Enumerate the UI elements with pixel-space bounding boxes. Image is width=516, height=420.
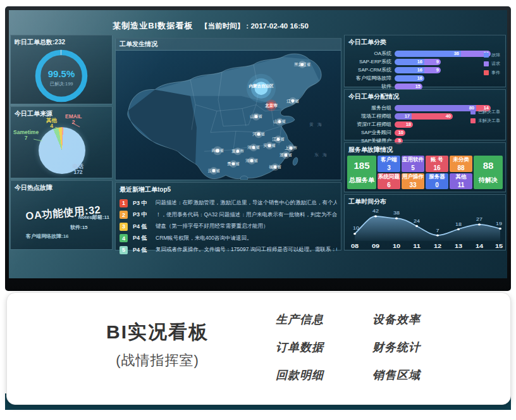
panel-ticket-assign: 今日工单分配情况 服务台组 8014 现场工程师组 1740 资深IT工程师组 …: [344, 89, 506, 140]
ticket-text: 问题描述：在即激励管理，激励汇总里，导这个销售中心的激励汇总，有个人（00040…: [156, 199, 337, 207]
priority-label: P4 低: [133, 223, 156, 231]
card-item: 生产信息: [276, 312, 324, 327]
svg-text:13: 13: [455, 243, 463, 249]
china-map: 黄 海 东 海 内蒙古自治区: [116, 51, 341, 180]
priority-label: P3 中: [133, 199, 156, 207]
page: 某制造业BI数据看板【当前时间】 : 2017-02-40 16:50 昨日工单…: [0, 0, 516, 420]
fault-total-cell: 185 总服务单: [347, 156, 376, 189]
svg-text:贵州省: 贵州省: [227, 161, 240, 166]
svg-text:云南省: 云南省: [207, 168, 220, 173]
card-title: BI实况看板: [63, 319, 252, 345]
dashboard-title: 某制造业BI数据看板: [113, 21, 193, 30]
card-item: 设备效率: [372, 312, 421, 327]
legend-swatch: [484, 61, 489, 66]
stacked-bar: 169: [395, 59, 441, 65]
rank-badge: 4: [120, 234, 128, 242]
svg-text:38: 38: [393, 211, 400, 216]
card-item: 销售区域: [372, 368, 421, 383]
top5-row: 2 P3 中 ！，使用事务代码：QA32 问题描述：用户来电表示有一批物料，判定…: [120, 209, 337, 220]
svg-text:24: 24: [414, 218, 420, 223]
svg-text:08: 08: [351, 243, 359, 249]
svg-text:河南省: 河南省: [252, 132, 265, 137]
panel-ticket-classify: 今日工单分类 OA系统 3616 SAP-ERP系统 169 SAP-CRM系统…: [344, 35, 506, 87]
card-item: 订单数据: [276, 340, 324, 355]
svg-text:辽宁省: 辽宁省: [286, 99, 299, 104]
svg-text:42: 42: [372, 209, 379, 214]
classify-legend: 故障 请求 事件: [484, 52, 500, 78]
svg-text:浙江省: 浙江省: [280, 152, 292, 158]
bar-label: SAP-CRM系统: [347, 66, 395, 73]
assign-legend: 已解决工单 未解决工单: [470, 109, 500, 127]
wordcloud-word: 软件:15: [70, 224, 88, 231]
card-item: 回款明细: [276, 368, 324, 383]
resolved-count: 已解决:199: [49, 81, 73, 87]
fault-cell: 未分类88: [450, 156, 472, 172]
panel-classify-title: 今日工单分类: [345, 35, 505, 49]
bar-label: 资深IT工程师组: [347, 121, 395, 128]
svg-text:四川省: 四川省: [211, 148, 224, 153]
fault-cell: 其他11: [450, 173, 472, 190]
stacked-bar: 18: [395, 121, 413, 128]
rank-badge: 2: [120, 211, 128, 219]
card-item: 财务统计: [372, 340, 421, 355]
fault-grid: 185 总服务单 客户端3 应用软件5 账 号16 未分类88 系统问题6 用户…: [347, 156, 503, 189]
rank-badge: 1: [120, 199, 128, 207]
info-card: BI实况看板 (战情指挥室) 生产信息 订单数据 回款明细 设备效率 财务统计 …: [6, 292, 511, 405]
svg-text:北京市: 北京市: [264, 103, 278, 108]
bar-label: OA系统: [347, 50, 395, 57]
bar-label: SAP-ERP系统: [347, 58, 395, 65]
svg-text:重庆市: 重庆市: [231, 149, 244, 153]
legend-swatch: [470, 109, 476, 114]
fault-cell: 应用软件5: [402, 156, 424, 172]
legend-swatch: [484, 70, 489, 75]
panel-yesterday-total: 昨日工单总数:232 99.5% 已解决:199: [10, 35, 113, 104]
panel-top5: 最近新增工单top5 1 P3 中 问题描述：在即激励管理，激励汇总里，导这个销…: [115, 182, 341, 250]
svg-text:11: 11: [413, 243, 421, 249]
bar-label: SAP业务顾问: [347, 129, 395, 136]
svg-text:15: 15: [495, 243, 503, 249]
resolved-donut-chart: 99.5% 已解决:199: [31, 48, 92, 105]
bar-label: 现场工程师组: [347, 113, 395, 120]
svg-text:江苏省: 江苏省: [272, 137, 285, 142]
panel-yesterday-title: 昨日工单总数:232: [11, 35, 112, 49]
ticket-text: 复回或者作废操作。文件编号：175097 询问工程师是否可以处理。需联系：004…: [156, 246, 337, 254]
legend-swatch: [470, 118, 476, 123]
fault-cell: 客户端3: [378, 156, 400, 172]
svg-text:湖北省: 湖北省: [247, 145, 260, 150]
ticket-text: CRM账号权限，来电400咨询中请退回。: [156, 235, 337, 242]
bar-label: 客户端网络故障: [347, 75, 395, 82]
time-line-chart: 10 42 38 24 7 18 27 19 08 09 10: [347, 205, 503, 249]
priority-label: P4 低: [133, 234, 156, 242]
svg-text:内蒙古自治区: 内蒙古自治区: [249, 83, 274, 89]
svg-text:19: 19: [496, 221, 502, 226]
panel-time-distribution: 工单时间分布: [344, 194, 506, 250]
svg-text:12: 12: [434, 243, 442, 249]
fault-cell: 系统问题6: [378, 173, 400, 190]
panel-fault-status: 服务单故障情况 185 总服务单 客户端3 应用软件5 账 号16 未分类88 …: [344, 142, 506, 192]
panel-ticket-map: 工单发生情况: [115, 38, 341, 180]
svg-text:10: 10: [393, 243, 401, 249]
fault-pending-cell: 88 待解决: [474, 156, 503, 189]
svg-text:09: 09: [372, 243, 380, 249]
ticket-text: ！，使用事务代码：QA32 问题描述：用户来电表示有一批物料，判定为不合格，在S…: [156, 211, 337, 219]
panel-ticket-source: 今日工单来源 EMAIL2 其他4 Sametime7 电话172: [10, 106, 113, 178]
panel-source-title: 今日工单来源: [11, 107, 112, 121]
card-subtitle: (战情指挥室): [63, 351, 252, 370]
top5-row: 3 P4 低 键盘（第一排字母不好用经常需要重启才能用）: [120, 221, 337, 232]
top5-row: 5 P4 低 复回或者作废操作。文件编号：175097 询问工程师是否可以处理。…: [120, 245, 337, 256]
stacked-bar: 3616: [395, 51, 491, 57]
panel-hot-faults: 今日热点故障 OA功能使用:32 Notes邮箱:11 软件:15 客户端网络故…: [10, 180, 113, 250]
dashboard-time: 【当前时间】 : 2017-02-40 16:50: [200, 22, 309, 30]
stacked-bar: 169: [395, 67, 441, 73]
sea-label: 东 海: [314, 152, 328, 158]
top5-row: 4 P4 低 CRM账号权限，来电400咨询中请退回。: [120, 233, 337, 244]
priority-label: P3 中: [133, 211, 156, 219]
panel-assign-title: 今日工单分配情况: [345, 90, 505, 104]
dashboard-header: 某制造业BI数据看板【当前时间】 : 2017-02-40 16:50: [9, 20, 412, 32]
rank-badge: 3: [120, 223, 128, 231]
monitor-bezel: 某制造业BI数据看板【当前时间】 : 2017-02-40 16:50 昨日工单…: [5, 6, 511, 291]
wordcloud-main: OA功能使用:32: [15, 202, 111, 225]
svg-text:山西省: 山西省: [250, 114, 262, 119]
dashboard-screen: 某制造业BI数据看板【当前时间】 : 2017-02-40 16:50 昨日工单…: [9, 10, 507, 278]
svg-text:18: 18: [455, 221, 462, 226]
